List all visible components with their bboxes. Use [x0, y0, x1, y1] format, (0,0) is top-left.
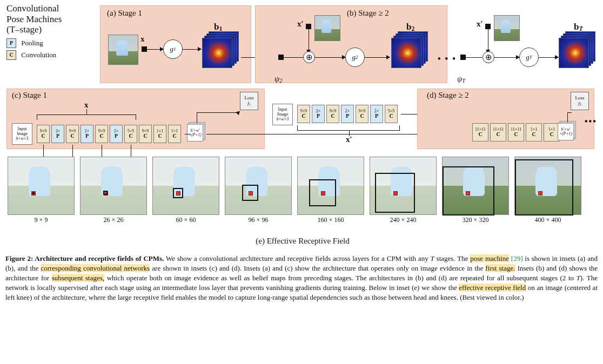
layer-cell: 9×9C	[66, 125, 79, 143]
layer-cell: 9×9C	[326, 105, 339, 123]
rf-size-label: 160 × 160	[297, 216, 364, 224]
output-stack-d: h′×w′ ×(P+1)	[558, 123, 576, 144]
rf-item: 96 × 96	[225, 157, 292, 224]
panel-a-label: (a) Stage 1	[107, 9, 142, 18]
rf-size-label: 240 × 240	[370, 216, 437, 224]
rf-size-label: 400 × 400	[514, 216, 581, 224]
thumb-xprime-T	[494, 15, 520, 41]
layer-cell: 2×P	[51, 125, 64, 143]
concat-plus-b: ⊕	[303, 51, 315, 63]
heatmap-bT	[559, 31, 598, 70]
layer-cell: 9×9C	[297, 105, 310, 123]
sym-x: x	[140, 35, 145, 44]
panel-b-label: (b) Stage ≥ 2	[347, 9, 389, 18]
input-cell-c: Input Imageh×w×3	[12, 123, 32, 145]
loss-box-f2: Loss f2	[571, 92, 589, 110]
receptive-field-row: 9 × 926 × 2660 × 6096 × 96160 × 160240 ×…	[8, 157, 581, 224]
g2-circle: g2	[345, 48, 365, 67]
rf-size-label: 96 × 96	[225, 216, 292, 224]
rf-image	[225, 157, 292, 215]
layer-cell: 1×1C	[526, 123, 542, 141]
hl-subsequent: subsequent stages,	[52, 274, 104, 282]
rf-item: 26 × 26	[80, 157, 147, 224]
sym-xprime-T: x′	[477, 19, 483, 29]
bracket-xprime	[297, 125, 400, 131]
sym-x-c: x	[84, 100, 89, 110]
rf-size-label: 320 × 320	[442, 216, 509, 224]
legend-pooling: P Pooling	[6, 38, 93, 48]
heatmap-b1	[202, 31, 241, 70]
figure-caption: Figure 2: Architecture and receptive fie…	[5, 254, 598, 302]
feature-psiT	[460, 55, 466, 60]
layer-cell: 9×9C	[356, 105, 368, 123]
g1-circle: g1	[163, 39, 183, 59]
loss-box-f1: Loss f1	[240, 92, 258, 110]
feature-xprime-T	[485, 24, 491, 29]
layer-cell: 2×P	[341, 105, 354, 123]
legend-p-swatch: P	[6, 38, 16, 48]
title-line-1: Convolutional	[6, 3, 93, 14]
rf-item: 9 × 9	[8, 157, 75, 224]
hl-corr-nets: corresponding convolutional networks	[41, 264, 150, 272]
layer-strip-stage2-back: 11×11C11×11C11×11C1×1C1×1C	[472, 123, 560, 141]
title-line-3: (T–stage)	[6, 24, 93, 35]
sym-psi2: ψ2	[274, 75, 283, 84]
rf-image	[152, 157, 219, 215]
legend-c-label: Convolution	[21, 50, 56, 58]
caption-lead: Figure 2: Architecture and receptive fie…	[5, 254, 164, 262]
concat-plus-T: ⊕	[483, 51, 494, 63]
sym-xprime-b: x′	[297, 19, 304, 29]
rf-image	[8, 157, 75, 215]
layer-cell: 9×9C	[37, 125, 50, 143]
citation-29: [29]	[509, 254, 523, 262]
layer-cell: 11×11C	[490, 123, 506, 141]
rf-image	[297, 157, 364, 215]
legend-p-label: Pooling	[21, 38, 43, 46]
ellipsis-d: •••	[585, 117, 597, 126]
feature-node-x	[142, 46, 147, 52]
layer-cell: 11×11C	[472, 123, 488, 141]
input-cell-d: Input Imageh×w×3	[272, 104, 293, 125]
layer-cell: 1×1C	[168, 125, 181, 143]
rf-image	[370, 157, 437, 215]
ellipsis-top: • • •	[438, 54, 457, 64]
layer-cell: 2×P	[81, 125, 93, 143]
rf-image	[442, 157, 509, 215]
rf-item: 60 × 60	[152, 157, 219, 224]
layer-cell: 11×11C	[508, 123, 524, 141]
thumb-xprime-b	[314, 15, 340, 41]
panel-e-label: (e) Effective Receptive Field	[232, 237, 373, 246]
rf-item: 240 × 240	[370, 157, 437, 224]
rf-image	[80, 157, 147, 215]
layer-cell: 2×P	[110, 125, 123, 143]
rf-size-label: 60 × 60	[152, 216, 219, 224]
layer-cell: 2×P	[370, 105, 383, 123]
layer-cell: 9×9C	[95, 125, 108, 143]
hl-erf: effective receptive field	[459, 284, 526, 292]
layer-cell: 5×5C	[124, 125, 137, 143]
layer-cell: 5×5C	[385, 105, 398, 123]
sym-xprime-d: x′	[346, 135, 352, 144]
feature-xprime-b	[306, 24, 311, 29]
title-line-2: Pose Machines	[6, 14, 93, 25]
hl-first-stage: first stage.	[485, 264, 515, 272]
legend-conv: C Convolution	[6, 50, 93, 60]
thumb-stage1	[108, 35, 138, 65]
layer-strip-stage1: 9×9C2×P9×9C2×P9×9C2×P5×5C9×9C1×1C1×1C	[37, 125, 181, 143]
gT-circle: gT	[519, 48, 539, 67]
bracket-x	[37, 114, 136, 120]
legend-c-swatch: C	[6, 50, 16, 60]
figure-canvas: Convolutional Pose Machines (T–stage) P …	[5, 3, 598, 251]
rf-item: 400 × 400	[514, 157, 581, 224]
rf-item: 320 × 320	[442, 157, 509, 224]
output-stack-c: h′×w′ ×(P+1)	[187, 124, 205, 145]
panel-d-label: (d) Stage ≥ 2	[427, 91, 469, 100]
panel-c-label: (c) Stage 1	[12, 91, 47, 100]
figure-title: Convolutional Pose Machines (T–stage) P …	[6, 3, 93, 60]
legend: P Pooling C Convolution	[6, 38, 93, 60]
layer-cell: 1×1C	[153, 125, 166, 143]
feature-psi2	[278, 55, 284, 60]
rf-image	[514, 157, 581, 215]
rf-size-label: 26 × 26	[80, 216, 147, 224]
heatmap-b2	[391, 31, 430, 70]
